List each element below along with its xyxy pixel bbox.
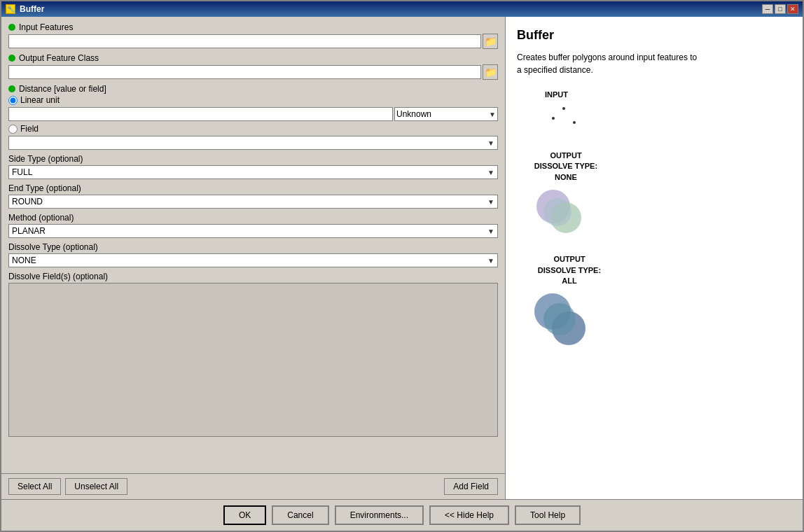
end-type-value: ROUND xyxy=(12,197,43,206)
input-features-group: Input Features 📁 xyxy=(8,22,498,49)
dissolve-type-arrow: ▼ xyxy=(487,257,494,265)
end-type-label: End Type (optional) xyxy=(8,183,498,193)
field-dropdown-arrow: ▼ xyxy=(487,139,494,147)
end-type-arrow: ▼ xyxy=(487,198,494,206)
distance-unit-arrow: ▼ xyxy=(489,111,496,118)
distance-unit-value: Unknown xyxy=(396,109,431,119)
input-dot-3 xyxy=(573,121,576,124)
input-features-input[interactable] xyxy=(8,34,481,48)
cancel-button[interactable]: Cancel xyxy=(272,505,328,525)
unselect-all-button[interactable]: Unselect All xyxy=(65,478,127,495)
tool-help-button[interactable]: Tool Help xyxy=(515,505,581,525)
restore-button[interactable]: □ xyxy=(775,4,786,14)
window-title: Buffer xyxy=(20,4,44,14)
side-type-value: FULL xyxy=(12,167,32,177)
output-feature-class-row: 📁 xyxy=(8,64,498,80)
dissolve-type-group: Dissolve Type (optional) NONE ▼ xyxy=(8,242,498,267)
distance-section: Distance [value or field] Linear unit Un… xyxy=(8,84,498,150)
method-arrow: ▼ xyxy=(487,227,494,235)
distance-value-input[interactable] xyxy=(8,107,393,121)
ok-button[interactable]: OK xyxy=(223,505,266,525)
input-dot-2 xyxy=(552,117,555,120)
main-content: Input Features 📁 Output Feature Class xyxy=(1,17,803,499)
footer: OK Cancel Environments... << Hide Help T… xyxy=(1,499,803,531)
output-feature-class-label-row: Output Feature Class xyxy=(8,53,498,63)
method-dropdown[interactable]: PLANAR ▼ xyxy=(8,224,498,238)
minimize-button[interactable]: ─ xyxy=(762,4,773,14)
dissolve-fields-label: Dissolve Field(s) (optional) xyxy=(8,272,498,281)
distance-unit-dropdown[interactable]: Unknown ▼ xyxy=(394,107,498,121)
hide-help-button[interactable]: << Hide Help xyxy=(429,505,509,525)
input-features-indicator xyxy=(8,24,15,31)
close-button[interactable]: ✕ xyxy=(787,4,798,14)
side-type-arrow: ▼ xyxy=(487,169,494,176)
select-all-button[interactable]: Select All xyxy=(8,478,61,495)
output-feature-class-group: Output Feature Class 📁 xyxy=(8,53,498,80)
dissolve-none-circles xyxy=(531,187,601,243)
field-radio-label[interactable]: Field xyxy=(20,124,39,134)
left-bottom-bar: Select All Unselect All Add Field xyxy=(1,473,505,499)
distance-label-row: Distance [value or field] xyxy=(8,84,498,94)
dissolve-type-label: Dissolve Type (optional) xyxy=(8,242,498,252)
field-radio[interactable] xyxy=(8,125,18,134)
input-features-label: Input Features xyxy=(19,22,73,32)
environments-button[interactable]: Environments... xyxy=(335,505,424,525)
dissolve-none-label: OUTPUTDISSOLVE TYPE:NONE xyxy=(531,150,601,183)
side-type-group: Side Type (optional) FULL ▼ xyxy=(8,154,498,179)
buffer-window: 🔧 Buffer ─ □ ✕ Input Features � xyxy=(0,0,804,532)
input-features-label-row: Input Features xyxy=(8,22,498,32)
help-description: Creates buffer polygons around input fea… xyxy=(517,51,791,76)
end-type-dropdown[interactable]: ROUND ▼ xyxy=(8,195,498,209)
output-feature-class-label: Output Feature Class xyxy=(19,53,99,63)
linear-unit-radio-label[interactable]: Linear unit xyxy=(20,95,60,105)
side-type-dropdown[interactable]: FULL ▼ xyxy=(8,165,498,179)
buffer-diagram: INPUT OUTPUTDISSOLVE TYPE:NONE xyxy=(517,90,791,365)
form-scroll-area[interactable]: Input Features 📁 Output Feature Class xyxy=(1,17,505,473)
field-dropdown[interactable]: ▼ xyxy=(8,136,498,150)
end-type-group: End Type (optional) ROUND ▼ xyxy=(8,183,498,209)
dissolve-all-label: OUTPUTDISSOLVE TYPE:ALL xyxy=(531,254,608,286)
field-radio-row: Field xyxy=(8,124,498,134)
dissolve-type-value: NONE xyxy=(12,255,36,265)
input-features-browse-button[interactable]: 📁 xyxy=(483,34,498,49)
left-panel: Input Features 📁 Output Feature Class xyxy=(1,17,506,499)
dissolve-none-group: OUTPUTDISSOLVE TYPE:NONE xyxy=(531,150,601,243)
title-bar-left: 🔧 Buffer xyxy=(6,4,44,14)
method-value: PLANAR xyxy=(12,226,46,236)
help-title: Buffer xyxy=(517,28,791,43)
add-field-button[interactable]: Add Field xyxy=(444,478,498,495)
distance-indicator xyxy=(8,85,15,92)
field-dropdown-row: ▼ xyxy=(8,136,498,150)
output-feature-class-input[interactable] xyxy=(8,65,481,79)
title-bar: 🔧 Buffer ─ □ ✕ xyxy=(1,1,803,17)
input-features-row: 📁 xyxy=(8,34,498,49)
dissolve-fields-group: Dissolve Field(s) (optional) xyxy=(8,272,498,437)
input-dot-1 xyxy=(562,107,565,110)
select-buttons-group: Select All Unselect All xyxy=(8,478,127,495)
distance-input-row: Unknown ▼ xyxy=(8,107,498,121)
side-type-label: Side Type (optional) xyxy=(8,154,498,164)
linear-unit-radio-row: Linear unit xyxy=(8,95,498,105)
title-buttons: ─ □ ✕ xyxy=(762,4,798,14)
window-icon: 🔧 xyxy=(6,4,15,14)
distance-label: Distance [value or field] xyxy=(19,84,106,94)
output-feature-class-browse-button[interactable]: 📁 xyxy=(483,64,498,80)
dissolve-all-circles xyxy=(531,290,608,354)
output-feature-class-indicator xyxy=(8,55,15,62)
method-group: Method (optional) PLANAR ▼ xyxy=(8,213,498,238)
dissolve-type-dropdown[interactable]: NONE ▼ xyxy=(8,253,498,267)
circle-none-3 xyxy=(543,198,571,226)
linear-unit-radio[interactable] xyxy=(8,96,18,105)
input-dots-area xyxy=(545,102,615,136)
input-label: INPUT xyxy=(545,90,568,99)
dissolve-fields-list[interactable] xyxy=(8,283,498,437)
dissolve-all-group: OUTPUTDISSOLVE TYPE:ALL xyxy=(531,254,608,354)
method-label: Method (optional) xyxy=(8,213,498,223)
help-panel: Buffer Creates buffer polygons around in… xyxy=(506,17,803,499)
